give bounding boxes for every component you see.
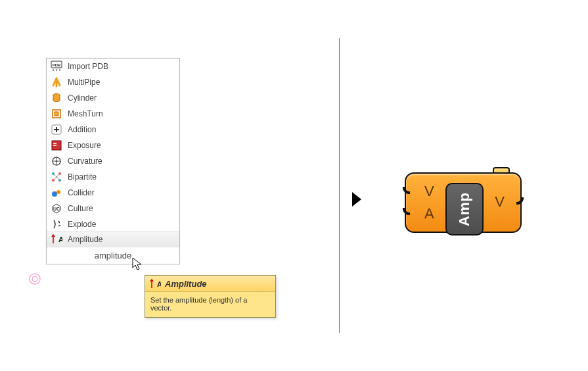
- meshturn-icon: [51, 108, 62, 120]
- menu-item-label: Culture: [68, 204, 93, 213]
- input-grip[interactable]: [398, 208, 410, 220]
- curvature-icon: [51, 155, 62, 167]
- component-search-menu[interactable]: PDB Import PDB MultiPipe Cylinder MeshTu…: [46, 58, 180, 264]
- search-input[interactable]: amplitude: [47, 247, 179, 264]
- menu-item-label: MeshTurn: [68, 109, 103, 118]
- menu-item-exposure[interactable]: Exposure: [47, 137, 179, 153]
- exposure-icon: [51, 139, 62, 151]
- menu-item-bipartite[interactable]: Bipartite: [47, 169, 179, 185]
- explode-icon: [51, 218, 62, 230]
- svg-text:A: A: [157, 280, 161, 288]
- menu-item-collider[interactable]: Collider: [47, 185, 179, 201]
- svg-point-18: [56, 161, 58, 162]
- bipartite-icon: [51, 171, 62, 183]
- menu-item-label: Amplitude: [68, 235, 102, 244]
- svg-point-26: [57, 190, 60, 194]
- amplitude-icon: A: [149, 278, 160, 289]
- menu-item-label: Import PDB: [68, 62, 108, 71]
- tooltip-title: Amplitude: [165, 279, 207, 289]
- menu-item-culture[interactable]: UC Culture: [47, 201, 179, 216]
- menu-item-label: Collider: [68, 188, 95, 197]
- menu-item-amplitude[interactable]: A Amplitude: [47, 232, 179, 247]
- pdb-icon: PDB: [51, 61, 62, 72]
- menu-item-multipipe[interactable]: MultiPipe: [47, 74, 179, 90]
- component-body[interactable]: V A V Amp: [405, 172, 522, 233]
- amplitude-component[interactable]: V A V Amp: [405, 167, 522, 237]
- canvas-target-marker: [28, 272, 42, 288]
- svg-point-1: [32, 276, 37, 282]
- input-grip[interactable]: [398, 187, 410, 199]
- menu-item-addition[interactable]: Addition: [47, 122, 179, 137]
- menu-item-cylinder[interactable]: Cylinder: [47, 90, 179, 106]
- menu-item-label: MultiPipe: [68, 78, 100, 87]
- search-text: amplitude: [95, 251, 131, 260]
- menu-item-label: Cylinder: [68, 93, 97, 103]
- menu-item-import-pdb[interactable]: PDB Import PDB: [47, 59, 179, 74]
- output-grip[interactable]: [516, 197, 528, 209]
- svg-rect-9: [55, 112, 58, 116]
- svg-text:UC: UC: [53, 207, 60, 211]
- amplitude-icon: A: [51, 234, 62, 245]
- svg-text:A: A: [58, 235, 62, 243]
- menu-item-label: Curvature: [68, 157, 102, 166]
- addition-icon: [51, 124, 62, 136]
- pipe-icon: [51, 76, 62, 88]
- tooltip-description: Set the amplitude (length) of a vector.: [145, 292, 275, 317]
- menu-item-label: Exposure: [68, 141, 101, 150]
- menu-item-label: Bipartite: [68, 172, 97, 182]
- svg-point-25: [52, 191, 57, 197]
- svg-point-0: [30, 274, 40, 284]
- menu-item-label: Addition: [68, 125, 96, 134]
- input-port-label: V: [424, 183, 434, 200]
- component-tooltip: A Amplitude Set the amplitude (length) o…: [145, 275, 276, 318]
- arrow-right-icon: [351, 191, 363, 210]
- menu-item-label: Explode: [68, 220, 96, 229]
- menu-item-explode[interactable]: Explode: [47, 216, 179, 232]
- menu-item-curvature[interactable]: Curvature: [47, 153, 179, 169]
- svg-marker-33: [352, 192, 361, 207]
- menu-item-meshturn[interactable]: MeshTurn: [47, 106, 179, 122]
- culture-icon: UC: [51, 203, 62, 214]
- output-port-label: V: [495, 193, 505, 210]
- vertical-divider: [339, 38, 340, 333]
- svg-text:PDB: PDB: [53, 63, 61, 67]
- input-port-label: A: [424, 205, 434, 222]
- cylinder-icon: [51, 92, 62, 104]
- component-core-label: Amp: [445, 183, 484, 235]
- collider-icon: [51, 187, 62, 199]
